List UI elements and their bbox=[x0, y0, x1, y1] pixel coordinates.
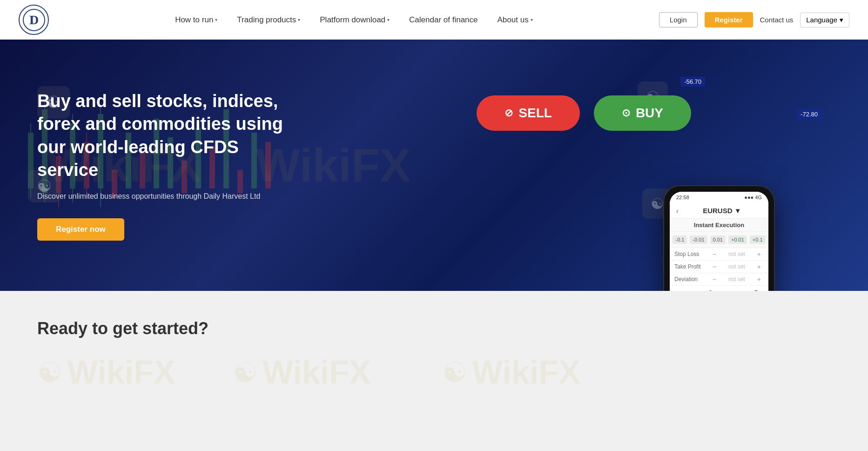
adjust-plus-001[interactable]: +0.01 bbox=[728, 236, 747, 244]
phone-outer-shell: 22:58 ●●● 4G ‹ EURUSD ▼ Instant Executio… bbox=[663, 185, 775, 291]
adjust-plus-01[interactable]: +0.1 bbox=[750, 236, 766, 244]
adjust-001[interactable]: 0.01 bbox=[710, 236, 726, 244]
chevron-down-icon: ▾ bbox=[215, 17, 217, 22]
ready-to-start-title: Ready to get started? bbox=[37, 319, 831, 338]
deviation-minus[interactable]: − bbox=[710, 276, 719, 283]
chevron-down-icon: ▾ bbox=[298, 17, 300, 22]
chevron-down-icon: ▾ bbox=[387, 17, 390, 22]
contact-us-link[interactable]: Contact us bbox=[760, 16, 794, 24]
deviation-plus[interactable]: + bbox=[754, 276, 764, 283]
trading-action-buttons: ⊘ SELL ⊙ BUY bbox=[477, 95, 691, 131]
wikifx-lower-left: ☯ WikiFX bbox=[37, 354, 175, 391]
register-button[interactable]: Register bbox=[705, 12, 753, 27]
main-nav: How to run ▾ Trading products ▾ Platform… bbox=[49, 12, 659, 28]
adjust-minus-001[interactable]: -0.01 bbox=[690, 236, 707, 244]
take-profit-value: not set bbox=[719, 263, 754, 270]
buy-icon: ⊙ bbox=[622, 107, 630, 119]
chevron-down-icon: ▾ bbox=[840, 16, 843, 24]
price-badge-2: -72.80 bbox=[797, 109, 821, 119]
sell-price: 1.16909 bbox=[674, 289, 718, 291]
wikifx-lower-right: ☯ WikiFX bbox=[442, 354, 580, 391]
sell-button[interactable]: ⊘ SELL bbox=[477, 95, 580, 131]
wikifx-lower-mid: ☯ WikiFX bbox=[233, 354, 371, 391]
take-profit-row: Take Profit − not set + bbox=[670, 261, 768, 273]
stop-loss-plus[interactable]: + bbox=[754, 250, 764, 258]
price-badge-1: -56.70 bbox=[680, 77, 705, 87]
phone-execution-title: Instant Execution bbox=[670, 219, 768, 232]
nav-about-us[interactable]: About us ▾ bbox=[490, 12, 540, 28]
phone-screen: 22:58 ●●● 4G ‹ EURUSD ▼ Instant Executio… bbox=[670, 192, 768, 291]
logo-icon: D I bbox=[19, 5, 49, 35]
sell-icon: ⊘ bbox=[505, 107, 513, 119]
header: D I How to run ▾ Trading products ▾ Plat… bbox=[0, 0, 868, 40]
phone-back-button[interactable]: ‹ bbox=[676, 207, 679, 215]
deviation-label: Deviation bbox=[674, 276, 710, 283]
hero-content: Buy and sell stocks, indices, forex and … bbox=[0, 62, 326, 269]
currency-pair: EURUSD ▼ bbox=[682, 207, 762, 215]
lower-section: ☯ WikiFX ☯ WikiFX ☯ WikiFX Ready to get … bbox=[0, 291, 868, 451]
buy-button[interactable]: ⊙ BUY bbox=[594, 95, 691, 131]
header-actions: Login Register Contact us Language ▾ bbox=[659, 12, 849, 27]
svg-text:I: I bbox=[30, 15, 34, 25]
stop-loss-row: Stop Loss − not set + bbox=[670, 248, 768, 261]
deviation-row: Deviation − not set + bbox=[670, 273, 768, 286]
signal-icon: ●●● 4G bbox=[744, 195, 762, 200]
take-profit-plus[interactable]: + bbox=[754, 263, 764, 270]
hero-section: -56.70 -72.80 ☯ ☯ ☯ ☯ WikiFX WikiFX Buy … bbox=[0, 40, 868, 291]
login-button[interactable]: Login bbox=[659, 12, 698, 27]
stop-loss-label: Stop Loss bbox=[674, 251, 710, 257]
register-now-button[interactable]: Register now bbox=[37, 218, 124, 241]
phone-mockup: 22:58 ●●● 4G ‹ EURUSD ▼ Instant Executio… bbox=[663, 185, 775, 291]
phone-prices-row: 1.16909 1.16927 bbox=[670, 286, 768, 291]
chevron-down-icon: ▾ bbox=[531, 17, 533, 22]
hero-title: Buy and sell stocks, indices, forex and … bbox=[37, 90, 289, 182]
stop-loss-minus[interactable]: − bbox=[710, 250, 719, 258]
language-selector[interactable]: Language ▾ bbox=[800, 13, 849, 27]
stop-loss-value: not set bbox=[719, 251, 754, 257]
phone-adjust-row: -0.1 -0.01 0.01 +0.01 +0.1 bbox=[670, 232, 768, 248]
phone-header-bar: ‹ EURUSD ▼ bbox=[670, 203, 768, 219]
nav-platform-download[interactable]: Platform download ▾ bbox=[312, 12, 397, 28]
take-profit-minus[interactable]: − bbox=[710, 263, 719, 270]
phone-status-bar: 22:58 ●●● 4G bbox=[670, 192, 768, 203]
nav-trading-products[interactable]: Trading products ▾ bbox=[229, 12, 308, 28]
buy-price: 1.16927 bbox=[720, 289, 764, 291]
adjust-minus-01[interactable]: -0.1 bbox=[673, 236, 687, 244]
logo-area: D I bbox=[19, 5, 49, 35]
deviation-value: not set bbox=[719, 276, 754, 283]
hero-subtitle: Discover unlimited business opportunitie… bbox=[37, 191, 289, 202]
nav-calendar-of-finance[interactable]: Calendar of finance bbox=[402, 12, 485, 28]
take-profit-label: Take Profit bbox=[674, 263, 710, 270]
nav-how-to-run[interactable]: How to run ▾ bbox=[168, 12, 225, 28]
